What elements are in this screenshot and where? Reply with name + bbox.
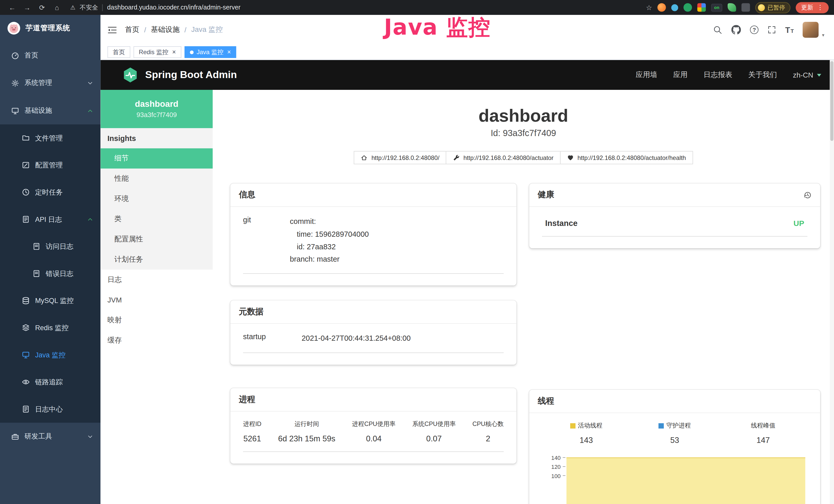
tag-home[interactable]: 首页 <box>107 46 130 58</box>
extension-grid-icon[interactable] <box>697 3 706 12</box>
browser-menu-icon[interactable]: ⋮ <box>817 4 824 11</box>
tag-close-icon[interactable]: × <box>172 49 176 55</box>
sba-item-logs[interactable]: 日志 <box>101 270 213 290</box>
sba-item-performance[interactable]: 性能 <box>101 168 213 189</box>
forward-button[interactable]: → <box>20 1 34 14</box>
process-card: 进程 进程ID 5261 <box>231 388 517 464</box>
app-sidebar: 芋道管理系统 首页 系统管理 基础设施 <box>0 15 101 504</box>
sidebar-item-config-mgmt[interactable]: 配置管理 <box>0 152 101 179</box>
sidebar-item-file-mgmt[interactable]: 文件管理 <box>0 124 101 152</box>
search-icon[interactable] <box>713 25 722 34</box>
sidebar-item-java-monitor[interactable]: Java 监控 <box>0 341 101 368</box>
sidebar-item-tracing[interactable]: 链路追踪 <box>0 368 101 396</box>
extension-on-badge-icon[interactable]: on <box>711 3 722 11</box>
instance-health-link[interactable]: http://192.168.0.2:48080/actuator/health <box>560 151 693 164</box>
home-button[interactable]: ⌂ <box>50 1 64 14</box>
scrollbar-thumb[interactable] <box>830 61 833 141</box>
sidebar-fold-icon[interactable] <box>107 26 117 33</box>
live-threads-area <box>566 457 805 504</box>
sidebar-item-scheduled-jobs[interactable]: 定时任务 <box>0 179 101 206</box>
user-avatar[interactable] <box>803 22 819 38</box>
extensions-puzzle-icon[interactable] <box>742 3 750 12</box>
y-tick-label: 120 <box>551 463 561 470</box>
cards-grid: 信息 git commit: time: 1596289704000 <box>231 183 820 504</box>
sba-item-mappings[interactable]: 映射 <box>101 310 213 330</box>
sidebar-item-mysql-monitor[interactable]: MySQL 监控 <box>0 287 101 314</box>
sidebar-item-log-center[interactable]: 日志中心 <box>0 396 101 423</box>
extension-leaf-icon[interactable] <box>728 3 736 12</box>
instance-actuator-link[interactable]: http://192.168.0.2:48080/actuator <box>446 151 561 164</box>
sba-item-scheduled-tasks[interactable]: 计划任务 <box>101 249 213 270</box>
sidebar-item-dev-tools[interactable]: 研发工具 <box>0 422 101 450</box>
threads-chart-plot <box>566 453 807 501</box>
extension-green-icon[interactable] <box>683 3 692 12</box>
tag-java-monitor[interactable]: Java 监控 × <box>184 46 236 58</box>
tag-redis-monitor[interactable]: Redis 监控 × <box>134 46 181 58</box>
sba-nav-journal[interactable]: 日志报表 <box>704 70 732 79</box>
threads-legend: 活动线程 143 守护进程 53 <box>542 421 807 444</box>
chevron-down-icon <box>87 80 93 86</box>
sidebar-item-home[interactable]: 首页 <box>0 42 101 69</box>
instance-id-line: Id: 93a3fc7f7409 <box>213 128 834 138</box>
sba-item-environment[interactable]: 环境 <box>101 189 213 209</box>
threads-chart: 140 120 100 <box>542 453 807 501</box>
sidebar-item-system-mgmt[interactable]: 系统管理 <box>0 69 101 97</box>
instance-title: dashboard <box>213 106 834 126</box>
update-label: 更新 <box>801 3 813 11</box>
sba-nav-about[interactable]: 关于我们 <box>748 70 777 79</box>
back-button[interactable]: ← <box>5 1 19 14</box>
health-card-header: 健康 <box>529 183 820 207</box>
sba-item-classes[interactable]: 类 <box>101 209 213 229</box>
security-label[interactable]: 不安全 <box>80 3 98 11</box>
info-card-header: 信息 <box>231 183 517 207</box>
process-card-body: 进程ID 5261 运行时间 6d 23h 15m 59s <box>231 412 517 464</box>
sidebar-item-label: 首页 <box>24 51 38 60</box>
sba-instance-block[interactable]: dashboard 93a3fc7f7409 <box>101 90 213 128</box>
stat-value: 0.04 <box>352 434 396 443</box>
active-tag-dot <box>190 50 193 54</box>
sba-language-select[interactable]: zh-CN <box>793 71 821 79</box>
breadcrumb-home[interactable]: 首页 <box>125 25 139 35</box>
github-icon[interactable] <box>731 25 741 35</box>
extension-fox-icon[interactable] <box>658 3 666 12</box>
tag-close-icon[interactable]: × <box>227 49 231 55</box>
address-bar[interactable]: ⚠ 不安全 dashboard.yudao.iocoder.cn/infra/a… <box>70 3 638 11</box>
sba-item-config-props[interactable]: 配置属性 <box>101 229 213 250</box>
caret-down-icon <box>817 74 821 76</box>
sidebar-item-error-logs[interactable]: 错误日志 <box>0 260 101 287</box>
sidebar-item-redis-monitor[interactable]: Redis 监控 <box>0 314 101 342</box>
sba-brand[interactable]: Spring Boot Admin <box>122 67 237 84</box>
sidebar-item-infrastructure[interactable]: 基础设施 <box>0 97 101 124</box>
extension-blue-icon[interactable] <box>671 4 678 11</box>
breadcrumb-infrastructure[interactable]: 基础设施 <box>151 25 180 35</box>
fullscreen-icon[interactable] <box>768 25 776 34</box>
legend-value: 53 <box>631 435 719 444</box>
cards-right-column: 健康 Instance UP <box>529 183 820 504</box>
font-size-icon[interactable]: TT <box>785 25 794 34</box>
bookmark-star-icon[interactable]: ☆ <box>646 3 652 11</box>
sba-item-jvm[interactable]: JVM <box>101 290 213 310</box>
health-history-icon[interactable] <box>803 190 812 199</box>
reload-button[interactable]: ⟳ <box>35 1 49 14</box>
document-icon <box>22 215 30 223</box>
sidebar-item-access-logs[interactable]: 访问日志 <box>0 233 101 260</box>
help-icon[interactable]: ? <box>750 25 759 34</box>
paused-badge[interactable]: 已暂停 <box>755 2 791 13</box>
sidebar-item-label: Redis 监控 <box>35 323 69 333</box>
sidebar-item-label: MySQL 监控 <box>35 296 74 305</box>
card-title: 进程 <box>239 394 255 405</box>
sba-nav-wallboard[interactable]: 应用墙 <box>636 70 657 79</box>
legend-yellow-swatch <box>570 423 575 428</box>
sba-nav-applications[interactable]: 应用 <box>673 70 687 79</box>
url-text[interactable]: dashboard.yudao.iocoder.cn/infra/admin-s… <box>107 4 240 11</box>
card-title: 信息 <box>239 189 255 200</box>
update-button[interactable]: 更新 ⋮ <box>796 2 829 13</box>
health-instance-row[interactable]: Instance UP <box>542 215 807 237</box>
sba-item-caches[interactable]: 缓存 <box>101 330 213 350</box>
breadcrumb: 首页 / 基础设施 / Java 监控 <box>125 25 223 35</box>
sba-item-details[interactable]: 细节 <box>101 148 213 169</box>
app-logo[interactable]: 芋道管理系统 <box>0 15 101 42</box>
avatar-caret-icon[interactable]: ▾ <box>822 32 824 38</box>
instance-home-link[interactable]: http://192.168.0.2:48080/ <box>354 151 446 164</box>
sidebar-item-api-logs[interactable]: API 日志 <box>0 206 101 233</box>
